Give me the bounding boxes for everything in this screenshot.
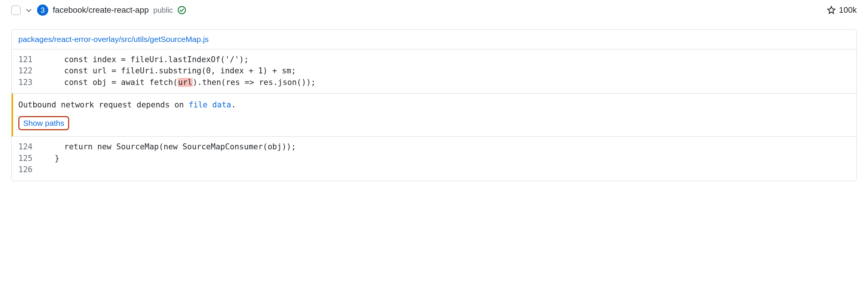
visibility-tag: public	[153, 6, 173, 15]
star-icon[interactable]	[827, 6, 836, 15]
code-line: 125 }	[12, 153, 856, 164]
select-checkbox[interactable]	[11, 6, 21, 15]
line-number: 126	[12, 164, 45, 175]
line-content: }	[45, 153, 856, 164]
line-number: 123	[12, 77, 45, 88]
alert-count-badge: 3	[37, 4, 48, 16]
line-content: return new SourceMap(new SourceMapConsum…	[45, 141, 856, 152]
file-path-link[interactable]: packages/react-error-overlay/src/utils/g…	[18, 35, 209, 43]
code-line: 121 const index = fileUri.lastIndexOf('/…	[12, 54, 856, 65]
result-header: 3 facebook/create-react-app public 100k	[11, 4, 857, 16]
file-path: packages/react-error-overlay/src/utils/g…	[12, 30, 856, 49]
verified-icon	[177, 6, 186, 15]
chevron-down-icon[interactable]	[25, 6, 33, 14]
header-right: 100k	[827, 5, 857, 15]
alert-message-block: Outbound network request depends on file…	[12, 93, 856, 137]
header-left: 3 facebook/create-react-app public	[11, 4, 186, 16]
code-block-bottom: 124 return new SourceMap(new SourceMapCo…	[12, 137, 856, 180]
line-content	[45, 164, 856, 175]
line-number: 125	[12, 153, 45, 164]
repo-name[interactable]: facebook/create-react-app	[53, 5, 149, 15]
show-paths-button[interactable]: Show paths	[18, 116, 69, 130]
code-line: 122 const url = fileUri.substring(0, ind…	[12, 65, 856, 76]
line-content: const url = fileUri.substring(0, index +…	[45, 65, 856, 76]
line-number: 124	[12, 141, 45, 152]
line-content: const obj = await fetch(url).then(res =>…	[45, 77, 856, 88]
alert-message-link[interactable]: file data	[189, 100, 231, 109]
code-line: 126	[12, 164, 856, 175]
line-number: 121	[12, 54, 45, 65]
line-number: 122	[12, 65, 45, 76]
stars-count: 100k	[839, 5, 857, 15]
code-block-top: 121 const index = fileUri.lastIndexOf('/…	[12, 49, 856, 93]
highlighted-token: url	[178, 78, 193, 87]
code-line: 123 const obj = await fetch(url).then(re…	[12, 77, 856, 88]
svg-marker-1	[828, 6, 835, 13]
alert-card: packages/react-error-overlay/src/utils/g…	[11, 29, 857, 181]
alert-message-text: Outbound network request depends on file…	[18, 100, 236, 109]
code-line: 124 return new SourceMap(new SourceMapCo…	[12, 141, 856, 152]
line-content: const index = fileUri.lastIndexOf('/');	[45, 54, 856, 65]
